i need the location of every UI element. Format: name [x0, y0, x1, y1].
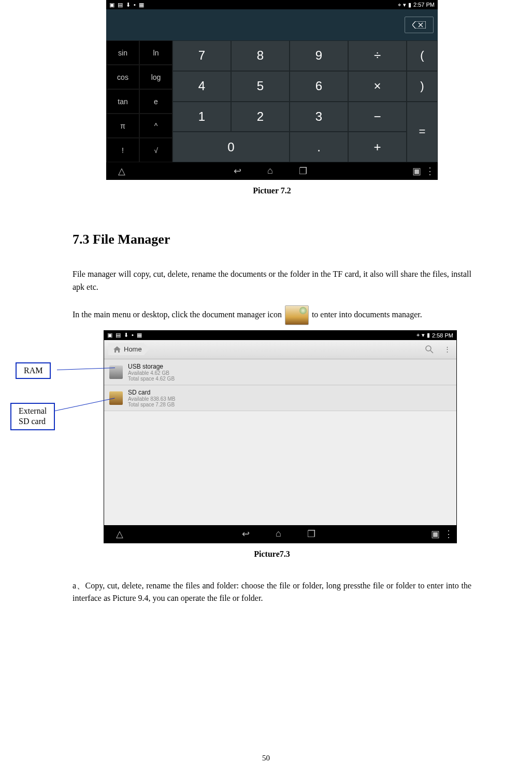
caption-calc: Pictuer 7.2	[73, 186, 471, 195]
key-2[interactable]: 2	[231, 102, 290, 132]
menu-dots-icon[interactable]: ⋮	[425, 165, 435, 177]
sqrt-key[interactable]: √	[139, 138, 172, 162]
fm-top-bar: Home ⋮	[104, 340, 456, 359]
paragraph-3: a、Copy, cut, delete, rename the files an…	[73, 580, 471, 606]
notification-icon: ▤	[118, 2, 123, 8]
home-icon[interactable]: ⌂	[276, 528, 281, 540]
numeric-pad: 7 8 9 ÷ 4 5 6 × 1 2 3 − 0 . +	[172, 40, 407, 162]
status-bar: ▣ ▤ ⬇ • ▦ ⌖ ▾ ▮ 2:58 PM	[104, 331, 456, 340]
bluetooth-icon: ⌖	[416, 332, 420, 339]
notification-icon: ▦	[137, 332, 142, 339]
recent-icon[interactable]: ❐	[307, 528, 315, 540]
wifi-icon: ▾	[422, 332, 425, 339]
storage-row-sd[interactable]: SD card Available 838.63 MB Total space …	[104, 385, 456, 411]
key-1[interactable]: 1	[172, 102, 231, 132]
cos-key[interactable]: cos	[106, 65, 139, 89]
notification-icon: ▣	[109, 2, 114, 8]
pi-key[interactable]: π	[106, 114, 139, 138]
status-time: 2:58 PM	[432, 332, 453, 339]
screenshot-icon[interactable]: ▣	[412, 165, 421, 177]
file-manager-screenshot: ▣ ▤ ⬇ • ▦ ⌖ ▾ ▮ 2:58 PM	[104, 330, 457, 543]
key-dot[interactable]: .	[290, 132, 348, 162]
key-equals[interactable]: =	[407, 102, 438, 163]
notification-icon: •	[134, 2, 136, 8]
paragraph-2a: In the main menu or desktop, click the d…	[73, 308, 282, 321]
function-pad: sin ln cos log tan e π ^ ! √	[106, 40, 172, 162]
key-9[interactable]: 9	[290, 40, 348, 71]
backspace-button[interactable]	[405, 17, 434, 33]
notification-icon: ⬇	[124, 332, 128, 339]
pow-key[interactable]: ^	[139, 114, 172, 138]
key-4[interactable]: 4	[172, 71, 231, 102]
screenshot-icon[interactable]: ▣	[431, 528, 440, 540]
paragraph-2b: to enter into documents manager.	[312, 308, 422, 321]
tan-key[interactable]: tan	[106, 89, 139, 114]
key-0[interactable]: 0	[172, 132, 290, 162]
wifi-icon: ▾	[403, 2, 406, 8]
notification-icon: ▣	[107, 332, 112, 339]
e-key[interactable]: e	[139, 89, 172, 114]
notification-icon: ▦	[139, 2, 144, 8]
key-8[interactable]: 8	[231, 40, 290, 71]
sin-key[interactable]: sin	[106, 40, 139, 65]
caption-fm: Picture7.3	[73, 550, 471, 559]
recent-icon[interactable]: ❐	[299, 165, 307, 177]
storage-title: USB storage	[128, 363, 175, 370]
breadcrumb-home-label: Home	[124, 345, 142, 353]
key-open-paren[interactable]: (	[407, 40, 438, 71]
file-manager-icon	[285, 305, 309, 325]
storage-available: Available 838.63 MB	[128, 396, 176, 402]
nav-alert-icon[interactable]: △	[118, 165, 125, 177]
search-icon[interactable]	[424, 344, 435, 355]
home-icon	[113, 346, 121, 353]
annotation-ram: RAM	[16, 362, 51, 379]
paragraph-1: File manager will copy, cut, delete, ren…	[73, 268, 471, 294]
key-plus[interactable]: +	[348, 132, 407, 162]
key-minus[interactable]: −	[348, 102, 407, 132]
back-icon[interactable]: ↩	[242, 528, 250, 540]
ln-key[interactable]: ln	[139, 40, 172, 65]
storage-total: Total space 4.62 GB	[128, 376, 175, 382]
page-number: 50	[0, 754, 532, 763]
svg-point-0	[426, 346, 431, 351]
battery-icon: ▮	[427, 332, 430, 339]
key-7[interactable]: 7	[172, 40, 231, 71]
notification-icon: ⬇	[126, 2, 131, 8]
home-icon[interactable]: ⌂	[267, 165, 273, 177]
key-close-paren[interactable]: )	[407, 71, 438, 102]
menu-dots-icon[interactable]: ⋮	[444, 528, 453, 540]
bluetooth-icon: ⌖	[398, 2, 401, 8]
notification-icon: •	[132, 332, 134, 339]
key-6[interactable]: 6	[290, 71, 348, 102]
nav-bar: △ ↩ ⌂ ❐ ▣ ⋮	[104, 525, 456, 543]
storage-available: Available 4.62 GB	[128, 370, 175, 376]
storage-row-usb[interactable]: USB storage Available 4.62 GB Total spac…	[104, 359, 456, 385]
storage-total: Total space 7.28 GB	[128, 402, 176, 407]
sd-card-icon	[109, 391, 123, 405]
paragraph-2: In the main menu or desktop, click the d…	[73, 305, 471, 325]
svg-line-1	[430, 350, 433, 353]
calc-display	[106, 9, 438, 40]
status-time: 2:57 PM	[413, 2, 435, 8]
fact-key[interactable]: !	[106, 138, 139, 162]
key-3[interactable]: 3	[290, 102, 348, 132]
notification-icon: ▤	[116, 332, 121, 339]
section-heading: 7.3 File Manager	[73, 232, 471, 247]
nav-bar: △ ↩ ⌂ ❐ ▣ ⋮	[106, 162, 438, 180]
status-bar: ▣ ▤ ⬇ • ▦ ⌖ ▾ ▮ 2:57 PM	[106, 0, 438, 9]
nav-alert-icon[interactable]: △	[116, 528, 123, 540]
paren-column: ( ) =	[407, 40, 438, 162]
fm-body: USB storage Available 4.62 GB Total spac…	[104, 359, 456, 525]
storage-title: SD card	[128, 389, 176, 396]
battery-icon: ▮	[408, 2, 411, 8]
log-key[interactable]: log	[139, 65, 172, 89]
key-multiply[interactable]: ×	[348, 71, 407, 102]
key-5[interactable]: 5	[231, 71, 290, 102]
key-divide[interactable]: ÷	[348, 40, 407, 71]
calculator-screenshot: ▣ ▤ ⬇ • ▦ ⌖ ▾ ▮ 2:57 PM	[106, 0, 438, 180]
breadcrumb-home[interactable]: Home	[108, 343, 149, 355]
menu-dots-icon[interactable]: ⋮	[442, 344, 452, 355]
back-icon[interactable]: ↩	[234, 165, 241, 177]
annotation-sd: External SD card	[10, 403, 55, 431]
